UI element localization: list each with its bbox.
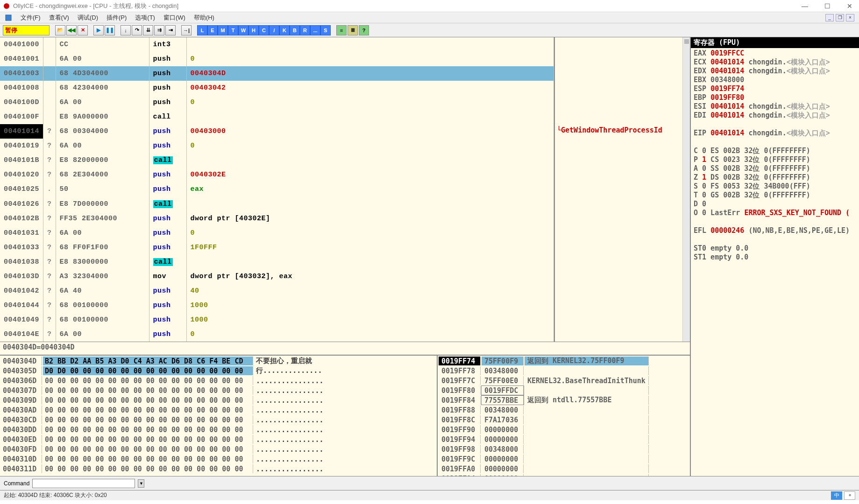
stack-row[interactable]: 0019FF9800348000 [439, 445, 649, 454]
tb-help[interactable]: ? [359, 25, 369, 35]
disasm-row[interactable]: 0040102B?FF35 2E304000pushdword ptr [403… [0, 211, 554, 226]
scrollbar[interactable] [682, 37, 690, 342]
disasm-row[interactable]: 0040100868 42304000push00403042 [0, 81, 554, 95]
tb-execret[interactable]: ⇥ [165, 25, 176, 35]
menu-options[interactable]: 选项(T) [135, 14, 155, 22]
dump-row[interactable]: 0040310D00 00 00 00 00 00 00 00 00 00 00… [1, 455, 326, 463]
disasm-row[interactable]: 0040100FE8 9A000000call [0, 110, 554, 124]
register-line[interactable]: EDI 00401014 chongdin.<模块入口点> [694, 111, 856, 120]
stack-row[interactable]: 0019FF8477557BBE返回到 ntdll.77557BBE [439, 396, 649, 405]
tb-settings2[interactable]: ≣ [348, 25, 358, 35]
dump-row[interactable]: 004030AD00 00 00 00 00 00 00 00 00 00 00… [1, 406, 326, 414]
disasm-row[interactable]: 00401049?68 00100000push1000 [0, 313, 554, 327]
register-line[interactable]: T 0 GS 002B 32位 0(FFFFFFFF) [694, 191, 856, 200]
disasm-row[interactable]: 0040101B?E8 82000000call [0, 153, 554, 168]
register-line[interactable]: C 0 ES 002B 32位 0(FFFFFFFF) [694, 147, 856, 155]
mdi-close[interactable]: × [846, 14, 854, 21]
ime-mode[interactable]: ⚬ [844, 491, 855, 500]
minimize-button[interactable]: — [798, 1, 811, 11]
mdi-minimize[interactable]: _ [825, 14, 834, 21]
tb-open[interactable]: 📂 [55, 25, 65, 35]
register-line[interactable]: EDX 00401014 chongdin.<模块入口点> [694, 67, 856, 76]
disasm-row[interactable]: 00401025.50pusheax [0, 182, 554, 196]
tb-restart[interactable]: ◀◀ [66, 25, 77, 35]
register-line[interactable]: ECX 00401014 chongdin.<模块入口点> [694, 58, 856, 67]
dump-row[interactable]: 0040311D00 00 00 00 00 00 00 00 00 00 00… [1, 464, 326, 473]
stack-row[interactable]: 0019FF8800348000 [439, 406, 649, 414]
register-line[interactable]: EBP 0019FF80 [694, 93, 856, 102]
register-line[interactable]: ST0 empty 0.0 [694, 244, 856, 253]
register-line[interactable]: ESP 0019FF74 [694, 84, 856, 93]
disassembly-pane[interactable]: 00401000CCint3004010016A 00push000401003… [0, 37, 690, 342]
dump-row[interactable]: 0040306D00 00 00 00 00 00 00 00 00 00 00… [1, 376, 326, 385]
tb-traceinto[interactable]: ⇊ [143, 25, 153, 35]
tb-window-b[interactable]: B [290, 25, 300, 35]
tb-window-w[interactable]: W [238, 25, 248, 35]
dump-row[interactable]: 0040304DB2 BB D2 AA B5 A3 D0 C4 A3 AC D6… [1, 357, 326, 365]
stack-row[interactable]: 0019FFA400000000 [439, 474, 649, 476]
menu-help[interactable]: 帮助(H) [194, 14, 214, 22]
command-input[interactable] [32, 479, 135, 488]
tb-pause[interactable]: ❚❚ [105, 25, 115, 35]
menu-window[interactable]: 窗口(W) [163, 14, 185, 22]
disasm-row[interactable]: 004010016A 00push0 [0, 52, 554, 66]
disasm-row[interactable]: 00401020?68 2E304000push0040302E [0, 168, 554, 182]
disasm-row[interactable]: 00401000CCint3 [0, 37, 554, 52]
stack-row[interactable]: 0019FF9400000000 [439, 435, 649, 444]
stack-row[interactable]: 0019FFA000000000 [439, 464, 649, 473]
register-line[interactable]: EFL 00000246 (NO,NB,E,BE,NS,PE,GE,LE) [694, 226, 856, 235]
tb-window-m[interactable]: M [218, 25, 228, 35]
register-line[interactable]: D 0 [694, 200, 856, 209]
register-line[interactable] [694, 235, 856, 244]
ime-indicator[interactable]: 中 [831, 491, 842, 500]
tb-window-h[interactable]: H [248, 25, 259, 35]
register-line[interactable]: P 1 CS 0023 32位 0(FFFFFFFF) [694, 155, 856, 164]
stack-row[interactable]: 0019FF9000000000 [439, 425, 649, 434]
register-line[interactable]: O 0 LastErr ERROR_SXS_KEY_NOT_FOUND ( [694, 209, 856, 217]
hexdump-pane[interactable]: 0040304DB2 BB D2 AA B5 A3 D0 C4 A3 AC D6… [0, 356, 438, 476]
disasm-row[interactable]: 0040103D?A3 32304000movdword ptr [403032… [0, 269, 554, 284]
tb-stepinto[interactable]: ↓ [121, 25, 131, 35]
register-line[interactable]: S 0 FS 0053 32位 34B000(FFF) [694, 182, 856, 191]
stack-row[interactable]: 0019FF9C00000000 [439, 455, 649, 463]
tb-window-t[interactable]: T [228, 25, 238, 35]
disasm-row[interactable]: 00401031?6A 00push0 [0, 226, 554, 240]
stack-row[interactable]: 0019FF8CF7A17036 [439, 415, 649, 424]
disasm-row[interactable]: 00401019?6A 00push0 [0, 139, 554, 153]
register-line[interactable]: A 0 SS 002B 32位 0(FFFFFFFF) [694, 164, 856, 173]
register-line[interactable] [694, 217, 856, 226]
register-line[interactable]: ESI 00401014 chongdin.<模块入口点> [694, 102, 856, 111]
disasm-row[interactable]: 00401038?E8 83000000call [0, 255, 554, 269]
tb-window-r[interactable]: R [300, 25, 310, 35]
tb-window-c[interactable]: C [259, 25, 269, 35]
dump-row[interactable]: 0040309D00 00 00 00 00 00 00 00 00 00 00… [1, 396, 326, 405]
stack-row[interactable]: 0019FF7800348000 [439, 366, 649, 375]
stack-row[interactable]: 0019FF800019FFDC [439, 386, 649, 395]
command-dropdown[interactable]: ▼ [138, 479, 144, 488]
tb-traceover[interactable]: ⇉ [154, 25, 164, 35]
mdi-restore[interactable]: ❐ [836, 14, 844, 21]
registers-pane[interactable]: 寄存器 (FPU) EAX 0019FFCCECX 00401014 chong… [691, 37, 859, 476]
register-line[interactable]: EIP 00401014 chongdin.<模块入口点> [694, 129, 856, 138]
disasm-row[interactable]: 00401026?E8 7D000000call [0, 197, 554, 211]
stack-row[interactable]: 0019FF7C75FF00E0KERNEL32.BaseThreadInitT… [439, 376, 649, 385]
dump-row[interactable]: 0040305DD0 D0 00 00 00 00 00 00 00 00 00… [1, 366, 326, 375]
dump-row[interactable]: 004030ED00 00 00 00 00 00 00 00 00 00 00… [1, 435, 326, 444]
tb-window-...[interactable]: ... [310, 25, 320, 35]
tb-window-e[interactable]: E [207, 25, 218, 35]
tb-window-/[interactable]: / [269, 25, 279, 35]
dump-row[interactable]: 0040307D00 00 00 00 00 00 00 00 00 00 00… [1, 386, 326, 395]
stack-row[interactable]: 0019FF7475FF00F9返回到 KERNEL32.75FF00F9 [439, 357, 649, 365]
tb-settings1[interactable]: ≡ [336, 25, 347, 35]
register-line[interactable]: Z 1 DS 002B 32位 0(FFFFFFFF) [694, 173, 856, 182]
disasm-row[interactable]: 00401033?68 FF0F1F00push1F0FFF [0, 240, 554, 255]
dump-row[interactable]: 004030DD00 00 00 00 00 00 00 00 00 00 00… [1, 425, 326, 434]
stack-pane[interactable]: 0019FF7475FF00F9返回到 KERNEL32.75FF00F9001… [438, 356, 690, 476]
register-line[interactable]: ST1 empty 0.0 [694, 253, 856, 262]
tb-window-k[interactable]: K [279, 25, 290, 35]
tb-stepover[interactable]: ↷ [132, 25, 142, 35]
tb-window-s[interactable]: S [320, 25, 331, 35]
menu-plugins[interactable]: 插件(P) [106, 14, 127, 22]
register-line[interactable] [694, 138, 856, 147]
register-line[interactable]: EAX 0019FFCC [694, 49, 856, 58]
